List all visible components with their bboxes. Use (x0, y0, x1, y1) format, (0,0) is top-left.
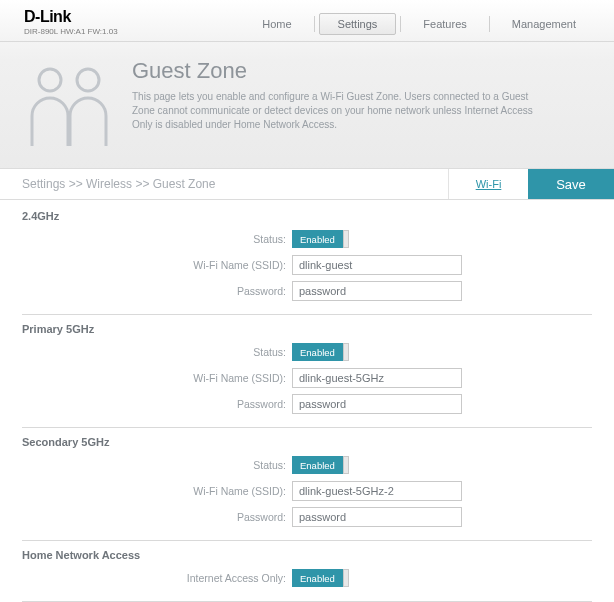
hero: Guest Zone This page lets you enable and… (0, 42, 614, 168)
toggle-on-label: Enabled (292, 343, 343, 361)
wifi-link[interactable]: Wi-Fi (448, 169, 528, 199)
nav-home[interactable]: Home (244, 14, 309, 34)
save-button[interactable]: Save (528, 169, 614, 199)
toggle-handle (343, 230, 349, 248)
guest-zone-icon (20, 58, 118, 150)
toggle-on-label: Enabled (292, 230, 343, 248)
toggle-primary5ghz-status[interactable]: Enabled (292, 343, 349, 361)
top-nav: Home Settings Features Management (244, 8, 594, 35)
toggle-on-label: Enabled (292, 569, 343, 587)
label-ssid: Wi-Fi Name (SSID): (22, 259, 292, 271)
section-title-24ghz: 2.4GHz (22, 204, 592, 224)
toggle-on-label: Enabled (292, 456, 343, 474)
page-root: D-Link DIR-890L HW:A1 FW:1.03 Home Setti… (0, 0, 614, 602)
input-primary5ghz-password[interactable] (292, 394, 462, 414)
toggle-handle (343, 569, 349, 587)
hero-text: Guest Zone This page lets you enable and… (132, 58, 552, 150)
divider (22, 427, 592, 428)
input-primary5ghz-ssid[interactable] (292, 368, 462, 388)
label-status: Status: (22, 346, 292, 358)
label-password: Password: (22, 511, 292, 523)
label-status: Status: (22, 233, 292, 245)
nav-separator (400, 16, 401, 32)
nav-features[interactable]: Features (405, 14, 484, 34)
label-ssid: Wi-Fi Name (SSID): (22, 372, 292, 384)
nav-settings[interactable]: Settings (319, 13, 397, 35)
brand: D-Link DIR-890L HW:A1 FW:1.03 (24, 8, 118, 36)
nav-management[interactable]: Management (494, 14, 594, 34)
label-internet-only: Internet Access Only: (22, 572, 292, 584)
content: 2.4GHz Status: Enabled Wi-Fi Name (SSID)… (0, 200, 614, 602)
subbar: Settings >> Wireless >> Guest Zone Wi-Fi… (0, 168, 614, 200)
label-password: Password: (22, 285, 292, 297)
input-secondary5ghz-ssid[interactable] (292, 481, 462, 501)
section-title-home-access: Home Network Access (22, 543, 592, 563)
svg-point-0 (39, 69, 61, 91)
label-password: Password: (22, 398, 292, 410)
toggle-secondary5ghz-status[interactable]: Enabled (292, 456, 349, 474)
divider (22, 540, 592, 541)
nav-separator (314, 16, 315, 32)
divider (22, 314, 592, 315)
toggle-internet-access-only[interactable]: Enabled (292, 569, 349, 587)
input-24ghz-ssid[interactable] (292, 255, 462, 275)
toggle-handle (343, 456, 349, 474)
section-home-access: Internet Access Only: Enabled (22, 563, 592, 597)
section-primary5ghz: Status: Enabled Wi-Fi Name (SSID): Passw… (22, 337, 592, 423)
label-status: Status: (22, 459, 292, 471)
svg-point-1 (77, 69, 99, 91)
breadcrumb: Settings >> Wireless >> Guest Zone (0, 169, 448, 199)
toggle-handle (343, 343, 349, 361)
label-ssid: Wi-Fi Name (SSID): (22, 485, 292, 497)
page-description: This page lets you enable and configure … (132, 90, 552, 132)
model-info: DIR-890L HW:A1 FW:1.03 (24, 27, 118, 36)
brand-logo: D-Link (24, 8, 118, 26)
input-secondary5ghz-password[interactable] (292, 507, 462, 527)
header: D-Link DIR-890L HW:A1 FW:1.03 Home Setti… (0, 0, 614, 42)
toggle-24ghz-status[interactable]: Enabled (292, 230, 349, 248)
section-title-primary5ghz: Primary 5GHz (22, 317, 592, 337)
section-secondary5ghz: Status: Enabled Wi-Fi Name (SSID): Passw… (22, 450, 592, 536)
input-24ghz-password[interactable] (292, 281, 462, 301)
nav-separator (489, 16, 490, 32)
page-title: Guest Zone (132, 58, 552, 84)
section-title-secondary5ghz: Secondary 5GHz (22, 430, 592, 450)
section-24ghz: Status: Enabled Wi-Fi Name (SSID): Passw… (22, 224, 592, 310)
